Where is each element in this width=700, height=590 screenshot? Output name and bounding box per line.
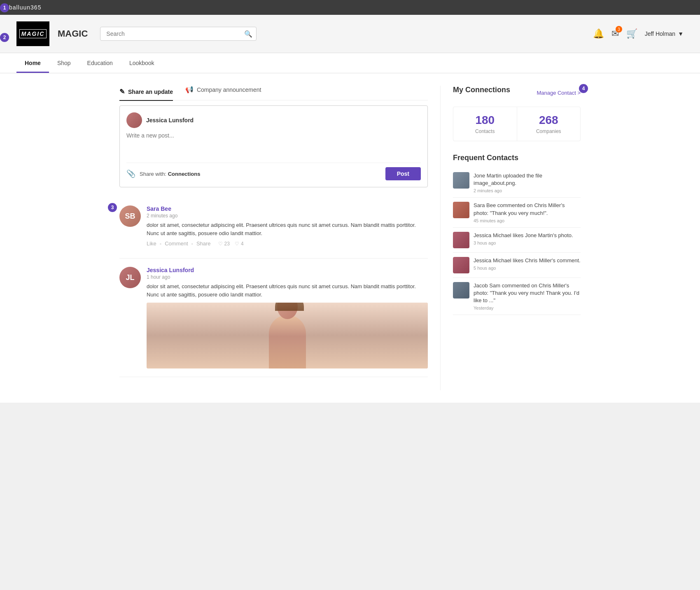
jessica2-freq-info: Jessica Michael likes Chris Miller's com… [474,257,581,273]
attach-icon[interactable]: 📎 [126,169,135,178]
freq-contact-jessica1: Jessica Michael likes Jone Martin's phot… [453,228,581,253]
jessica-post-time: 1 hour ago [147,274,428,280]
sara-post-text: dolor sit amet, consectetur adipiscing e… [147,221,428,237]
freq-contacts-title: Frequent Contacts [453,154,581,162]
jessica-post-text: dolor sit amet, consectetur adipiscing e… [147,282,428,298]
manage-contact-link[interactable]: Manage Contact > [537,90,581,96]
connections-stats: 180 Contacts 268 Companies [453,107,581,141]
contacts-label: Contacts [460,128,510,134]
brand-logo-box: MAGIC [16,21,49,46]
nav-item-home[interactable]: Home [16,53,49,73]
freq-contact-jessica2: Jessica Michael likes Chris Miller's com… [453,253,581,278]
messages-badge: 3 [616,26,622,33]
search-icon: 🔍 [244,30,252,38]
notification-icon[interactable]: 🔔 [593,28,604,39]
sara-post-actions: Like - Comment - Share ♡ 23 ♡ 4 [147,240,428,247]
jessica1-freq-text: Jessica Michael likes Jone Martin's phot… [474,232,581,239]
nav-item-shop[interactable]: Shop [49,53,79,73]
sara-comment-btn[interactable]: Comment [165,240,188,247]
jessica2-freq-avatar [453,257,469,273]
sara-freq-info: Sara Bee commented on Chris Miller's pho… [474,202,581,223]
feed-post-jessica: JL Jessica Lunsford 1 hour ago dolor sit… [119,259,428,377]
companies-label: Companies [524,128,574,134]
step-badge-2: 2 [0,33,9,42]
companies-count: 268 [524,114,574,127]
jacob-freq-time: Yesterday [474,305,581,310]
share-tabs: ✎ Share an update 📢 Company announcement [119,86,428,100]
post-box: Jessica Lunsford 📎 Share with: Connectio… [119,105,428,187]
sara-post-stats: ♡ 23 ♡ 4 [218,241,244,247]
sara-post-content: Sara Bee 2 minutes ago dolor sit amet, c… [147,205,428,250]
share-tab-update[interactable]: ✎ Share an update [119,86,173,101]
sara-comments-count: ♡ 4 [235,241,244,247]
cart-icon[interactable]: 🛒 [626,28,637,39]
sara-post-name[interactable]: Sara Bee [147,205,428,212]
step-badge-3: 3 [108,203,117,212]
post-box-footer: 📎 Share with: Connections Post [126,163,421,180]
jessica1-freq-avatar [453,232,469,248]
sara-like-btn[interactable]: Like [147,240,156,247]
user-name: Jeff Holman [645,30,675,37]
current-user-name: Jessica Lunsford [146,117,194,124]
sara-likes-count: ♡ 23 [218,241,230,247]
post-button[interactable]: Post [385,167,421,180]
nav-item-lookbook[interactable]: Lookbook [121,53,163,73]
content-right: My Connections Manage Contact > 4 180 Co… [441,86,581,390]
messages-icon[interactable]: ✉ 3 [611,28,619,39]
user-menu[interactable]: Jeff Holman ▼ [645,30,684,37]
jessica1-freq-info: Jessica Michael likes Jone Martin's phot… [474,232,581,248]
sara-post-time: 2 minutes ago [147,213,428,219]
freq-contact-jacob: Jacob Sam commented on Chris Miller's ph… [453,278,581,315]
jone-info: Jone Martin uploaded the file image_abou… [474,172,581,193]
sara-freq-text: Sara Bee commented on Chris Miller's pho… [474,202,581,217]
current-user-avatar [126,112,142,128]
freq-contact-jone: Jone Martin uploaded the file image_abou… [453,168,581,198]
share-with-label: Share with: Connections [140,171,200,177]
jessica-post-content: Jessica Lunsford 1 hour ago dolor sit am… [147,267,428,368]
announcement-icon: 📢 [185,86,194,93]
brand-name: MAGIC [58,28,88,39]
brand-logo-text: MAGIC [19,29,47,38]
share-tab-update-label: Share an update [128,89,173,95]
search-bar: 🔍 [100,27,257,41]
connections-header: My Connections Manage Contact > 4 [453,86,581,100]
topbar-logo: •balluun365 [7,4,41,11]
step-badge-4: 4 [579,84,588,93]
search-input[interactable] [100,27,257,41]
jacob-freq-info: Jacob Sam commented on Chris Miller's ph… [474,282,581,311]
post-box-header: Jessica Lunsford [126,112,421,128]
header: MAGIC MAGIC 🔍 🔔 ✉ 3 🛒 Jeff Holman ▼ [0,15,700,53]
sara-avatar: SB [119,205,141,227]
jessica-avatar: JL [119,267,141,288]
contacts-stat: 180 Contacts [453,107,517,141]
jessica-post-name[interactable]: Jessica Lunsford [147,267,428,273]
freq-contacts-section: Frequent Contacts Jone Martin uploaded t… [453,154,581,315]
header-right: 🔔 ✉ 3 🛒 Jeff Holman ▼ [593,28,684,39]
post-textarea[interactable] [126,132,421,157]
sara-freq-avatar [453,202,469,218]
connections-section: My Connections Manage Contact > 4 180 Co… [453,86,581,141]
jacob-freq-text: Jacob Sam commented on Chris Miller's ph… [474,282,581,305]
sara-share-btn[interactable]: Share [196,240,211,247]
feed-post-sara: SB Sara Bee 2 minutes ago dolor sit amet… [119,197,428,259]
main-nav: Home Shop Education Lookbook [0,53,700,73]
jessica2-freq-text: Jessica Michael likes Chris Miller's com… [474,257,581,264]
share-tab-announcement[interactable]: 📢 Company announcement [185,86,261,96]
jone-text: Jone Martin uploaded the file image_abou… [474,172,581,187]
jessica-post-image-inner [147,303,428,368]
freq-contact-sara: Sara Bee commented on Chris Miller's pho… [453,198,581,227]
contacts-count: 180 [460,114,510,127]
sara-freq-time: 45 minutes ago [474,218,581,223]
content-left: ✎ Share an update 📢 Company announcement… [119,86,441,390]
share-tab-announcement-label: Company announcement [197,86,261,93]
top-bar: •balluun365 [0,0,700,15]
feed: 3 SB Sara Bee 2 minutes ago dolor sit am… [119,197,428,377]
jessica-post-image [147,303,428,368]
connections-title: My Connections [453,86,510,94]
companies-stat: 268 Companies [517,107,581,141]
jone-time: 2 minutes ago [474,188,581,193]
nav-item-education[interactable]: Education [79,53,121,73]
share-panel: ✎ Share an update 📢 Company announcement… [119,86,428,187]
jessica2-freq-time: 5 hous ago [474,266,581,271]
model-body [269,315,306,368]
